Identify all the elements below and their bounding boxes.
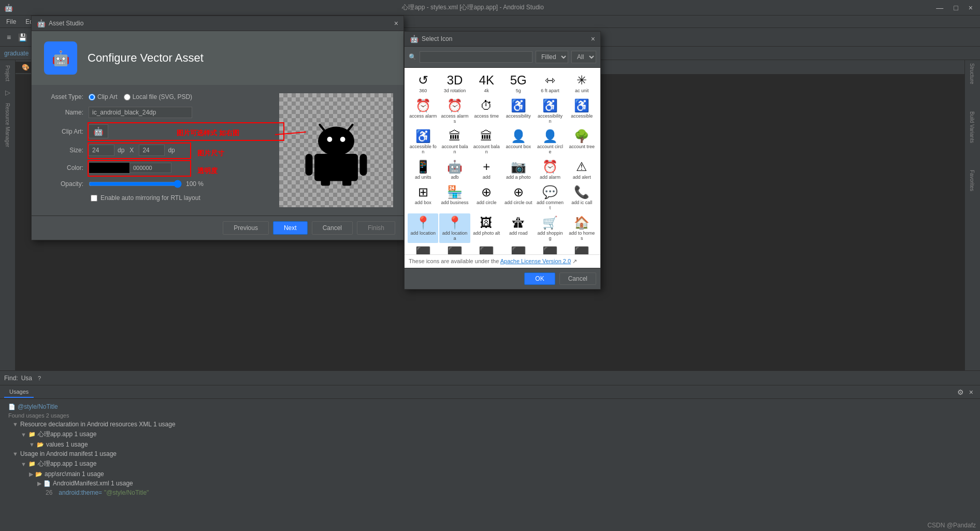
tree-appsrc-usage[interactable]: ▶ 📂 app\src\main 1 usage: [4, 469, 976, 479]
icon-cell[interactable]: ⬛…: [503, 244, 534, 254]
tree-res-decl[interactable]: ▼ Resource declaration in Android resour…: [4, 420, 976, 429]
select-icon-dialog: 🤖 Select Icon × 🔍 Filled All ↺3603D3d ro…: [404, 31, 601, 290]
sidebar-resource-manager[interactable]: Resource Manager: [1, 100, 15, 150]
toolbar-gradle-btn[interactable]: ≡: [4, 32, 13, 43]
clip-art-button[interactable]: 🤖: [89, 124, 108, 138]
icon-cell[interactable]: 🖼add photo alt: [471, 213, 502, 243]
icon-cell[interactable]: 📷add a photo: [503, 157, 534, 182]
icon-cell[interactable]: ↺360: [408, 71, 438, 95]
local-file-radio-input[interactable]: [124, 94, 131, 101]
tree-manifest-line[interactable]: 26 android:theme= "@style/NoTitle": [4, 488, 976, 497]
menu-file[interactable]: File: [2, 17, 20, 26]
sidebar-project-icon[interactable]: Project: [1, 62, 15, 84]
tree-app-usage-1[interactable]: ▼ 📁 心理app.app 1 usage: [4, 429, 976, 440]
icon-cell[interactable]: 🏠add to home s: [567, 213, 597, 243]
tree-app-usage-2[interactable]: ▼ 📁 心理app.app 1 usage: [4, 458, 976, 469]
icon-cell[interactable]: ⬛…: [439, 244, 470, 254]
color-value-input[interactable]: 000000: [130, 163, 171, 173]
icon-cell[interactable]: ⊕add circle out: [503, 183, 534, 212]
icon-cell[interactable]: 4K4k: [471, 71, 502, 95]
toolbar-save-btn[interactable]: 💾: [16, 32, 30, 43]
bottom-close-btn[interactable]: ×: [967, 386, 976, 398]
minimize-button[interactable]: —: [933, 3, 946, 13]
icon-cell[interactable]: 5G5g: [503, 71, 534, 95]
icon-cell[interactable]: 📍add location a: [439, 213, 470, 243]
icon-cell[interactable]: ⬛…: [471, 244, 502, 254]
icon-cell[interactable]: ♿accessible fon: [408, 127, 438, 156]
icon-cell[interactable]: 👤account box: [503, 127, 534, 156]
maximize-button[interactable]: □: [950, 3, 961, 13]
color-swatch[interactable]: [89, 162, 130, 174]
icon-cell[interactable]: ⏰access alarms: [439, 96, 470, 126]
cancel-icon-button[interactable]: Cancel: [559, 272, 596, 285]
name-input[interactable]: [89, 107, 192, 118]
select-icon-titlebar: 🤖 Select Icon ×: [405, 32, 600, 47]
bottom-settings-btn[interactable]: ⚙: [955, 386, 967, 398]
size-width-input[interactable]: [89, 145, 114, 156]
icon-cell[interactable]: 🏛account balan: [439, 127, 470, 156]
breadcrumb-graduate[interactable]: graduate: [4, 50, 28, 57]
icon-cell[interactable]: ⚠add alert: [567, 157, 597, 182]
icon-cell-symbol: ⊕: [481, 186, 492, 198]
icon-cell[interactable]: 3D3d rotation: [439, 71, 470, 95]
sidebar-icon-1[interactable]: ▷: [1, 85, 15, 99]
tree-manifest-file[interactable]: ▶ 📄 AndroidManifest.xml 1 usage: [4, 479, 976, 488]
next-button[interactable]: Next: [273, 221, 308, 235]
icon-cell[interactable]: +add: [471, 157, 502, 182]
sidebar-build-variants[interactable]: Build Variants: [965, 108, 978, 146]
icon-cell[interactable]: 📞add ic call: [567, 183, 597, 212]
icon-cell[interactable]: ♿accessibility: [503, 96, 534, 126]
size-height-input[interactable]: [139, 145, 165, 156]
icon-cell[interactable]: ⬛…: [535, 244, 565, 254]
icon-cell[interactable]: ⏱access time: [471, 96, 502, 126]
icon-cell[interactable]: ⏰add alarm: [535, 157, 565, 182]
previous-button[interactable]: Previous: [223, 221, 269, 235]
sidebar-favorites[interactable]: Favorites: [965, 167, 978, 194]
icon-cell[interactable]: 🤖adb: [439, 157, 470, 182]
icon-cell[interactable]: 📍add location: [408, 213, 438, 243]
tree-found-label: Found usages 2 usages: [8, 412, 69, 419]
icon-cell[interactable]: ⇿6 ft apart: [535, 71, 565, 95]
icon-cell[interactable]: ⊕add circle: [471, 183, 502, 212]
android-studio-logo: 🤖: [4, 4, 13, 12]
icon-cell[interactable]: ♿accessibility n: [535, 96, 565, 126]
auto-mirror-checkbox[interactable]: [91, 195, 97, 202]
close-button[interactable]: ×: [965, 3, 976, 13]
icon-cell[interactable]: ♿accessible: [567, 96, 597, 126]
tree-manifest-usage[interactable]: ▼ Usage in Android manifest 1 usage: [4, 449, 976, 458]
icon-cell[interactable]: 💬add comment: [535, 183, 565, 212]
clip-art-radio[interactable]: Clip Art: [89, 93, 118, 101]
asset-studio-close-button[interactable]: ×: [394, 19, 398, 27]
icon-cell[interactable]: 👤account circle: [535, 127, 565, 156]
icon-search-input[interactable]: [420, 51, 532, 63]
icon-cell[interactable]: ✳ac unit: [567, 71, 597, 95]
icon-cell[interactable]: ⊞add box: [408, 183, 438, 212]
clip-art-radio-input[interactable]: [89, 94, 95, 101]
search-icon: 🔍: [409, 53, 416, 61]
icon-cell[interactable]: 🌳account tree: [567, 127, 597, 156]
cancel-button[interactable]: Cancel: [312, 221, 353, 235]
icon-cell[interactable]: ⬛…: [567, 244, 597, 254]
category-filter-select[interactable]: All: [571, 51, 596, 63]
find-help-btn[interactable]: ?: [35, 374, 44, 383]
filled-filter-select[interactable]: Filled: [536, 51, 568, 63]
license-link[interactable]: Apache License Version 2.0: [500, 258, 571, 264]
icon-cell[interactable]: ⏰access alarm: [408, 96, 438, 126]
ok-button[interactable]: OK: [524, 272, 555, 285]
tree-manifest-file-text: AndroidManifest.xml 1 usage: [53, 480, 133, 487]
icon-cell[interactable]: ⬛…: [408, 244, 438, 254]
opacity-slider[interactable]: [89, 180, 182, 188]
icon-cell[interactable]: 🛣add road: [503, 213, 534, 243]
local-file-radio[interactable]: Local file (SVG, PSD): [124, 93, 192, 101]
icon-cell[interactable]: 📱ad units: [408, 157, 438, 182]
tree-values-usage[interactable]: ▼ 📂 values 1 usage: [4, 440, 976, 449]
icon-cell[interactable]: 🏪add business: [439, 183, 470, 212]
bottom-tab-usages[interactable]: Usages: [4, 386, 34, 398]
name-row: Name:: [42, 107, 271, 118]
tree-style-item[interactable]: 📄 @style/NoTitle: [4, 402, 976, 411]
sidebar-structure[interactable]: Structure: [965, 60, 978, 88]
icon-cell[interactable]: 🏛account balan: [471, 127, 502, 156]
finish-button[interactable]: Finish: [357, 221, 395, 235]
icon-cell[interactable]: 🛒add shopping: [535, 213, 565, 243]
select-icon-close-button[interactable]: ×: [591, 35, 595, 43]
